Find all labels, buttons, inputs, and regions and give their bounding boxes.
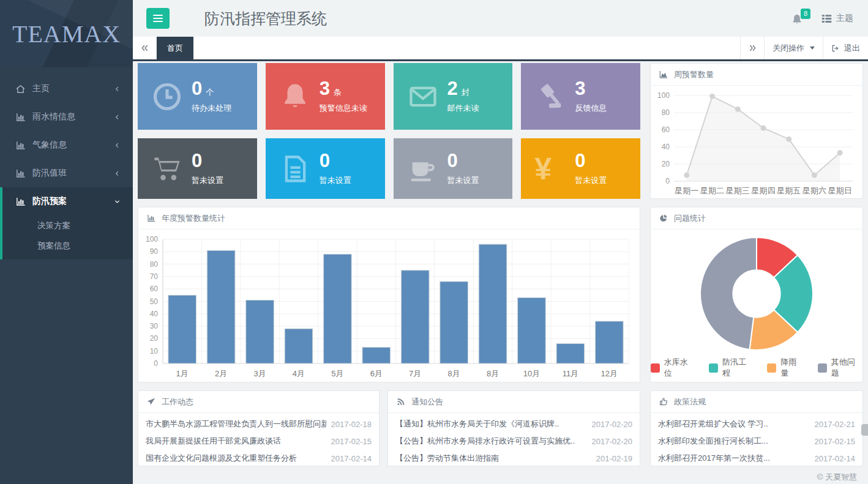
svg-text:40: 40 [662,143,670,151]
issue-donut-chart[interactable] [651,229,862,356]
annual-warning-panel: 年度预警数量统计 01020304050607080901001月2月3月4月5… [138,207,640,382]
sidebar-item-label: 雨水情信息 [32,111,75,122]
news-item[interactable]: 【公告】劳动节集体出游指南 201-02-19 [388,450,640,467]
news-item[interactable]: 我局开展新提拔任用干部党风廉政谈话 2017-02-15 [138,433,379,450]
card-unit: 条 [334,87,342,98]
svg-text:11月: 11月 [563,369,579,378]
sidebar-item-home[interactable]: 主页 [2,75,133,103]
legend-item-engineering[interactable]: 防汛工程 [709,357,754,379]
news-item[interactable]: 水利部召开党组扩大会议 学习.. 2017-02-21 [651,415,862,433]
back-to-top-button[interactable] [861,424,868,436]
news-item-title[interactable]: 【公告】劳动节集体出游指南 [395,453,591,464]
svg-text:100: 100 [146,235,158,244]
stat-card-unset-1[interactable]: 0 暂未设置 [138,138,257,199]
legend-item-rainfall[interactable]: 降雨量 [767,357,804,379]
news-item[interactable]: 水利部印发全面推行河长制工... 2017-02-15 [651,433,862,450]
theme-button[interactable]: 主题 [821,13,853,24]
stat-card-mail[interactable]: 2封 邮件未读 [394,63,513,130]
stat-card-feedback[interactable]: 3 反馈信息 [521,63,640,130]
coffee-icon [407,153,447,185]
news-item-title[interactable]: 【通知】杭州市水务局关于印发《河道标识牌.. [395,419,587,430]
sidebar-item-weather-info[interactable]: 气象信息 [2,131,133,159]
file-icon [279,153,320,185]
logout-button[interactable]: 退出 [823,37,868,59]
pie-chart-icon [659,214,668,223]
news-item-title[interactable]: 市大鹏半岛水源工程管理处负责人到一线部所慰问新春 [146,419,326,430]
annual-bar-chart[interactable]: 01020304050607080901001月2月3月4月5月6月7月8月8月… [138,229,640,382]
logo-area: TEAMAX [0,0,133,67]
news-item-title[interactable]: 水利部召开党组扩大会议 学习.. [658,419,810,430]
sidebar-item-flood-duty[interactable]: 防汛值班 [2,159,133,187]
brand-logo: TEAMAX [12,20,121,48]
card-label: 预警信息未读 [320,103,367,114]
tabs-scroll-right-button[interactable] [740,37,764,59]
legend-item-other[interactable]: 其他问题 [818,357,862,379]
svg-text:70: 70 [150,272,159,281]
svg-text:0: 0 [154,359,158,368]
chevron-left-icon [114,170,121,177]
svg-text:星期日: 星期日 [828,186,852,195]
sidebar-group-rain: 雨水情信息 [0,103,133,131]
bar-chart-icon [15,196,26,207]
sidebar-subitem-decision-plan[interactable]: 决策方案 [2,215,133,236]
svg-text:星期二: 星期二 [700,186,724,195]
bar-chart-icon [15,168,26,179]
svg-text:12月: 12月 [601,369,618,378]
news-item[interactable]: 市大鹏半岛水源工程管理处负责人到一线部所慰问新春 2017-02-18 [138,415,379,433]
card-label: 待办未处理 [192,103,231,114]
card-value: 3 [320,79,330,99]
legend-item-reservoir[interactable]: 水库水位 [651,357,695,379]
news-item[interactable]: 【公告】杭州市水务局排水行政许可设置与实施优.. 2017-02-20 [388,433,640,450]
panel-title: 年度预警数量统计 [162,213,225,224]
sidebar-group-duty: 防汛值班 [0,159,133,187]
news-item-title[interactable]: 国有企业文化问题根源及文化重塑任务分析 [146,453,326,464]
sidebar-item-label: 防汛值班 [32,168,67,179]
card-value: 0 [447,151,458,171]
weekly-area-chart[interactable]: 020406080100星期一星期二星期三星期四星期五星期六星期日 [651,86,862,198]
work-news-panel: 工作动态 市大鹏半岛水源工程管理处负责人到一线部所慰问新春 2017-02-18… [138,390,380,466]
panel-title: 政策法规 [674,397,706,408]
legend-swatch [818,363,827,373]
gavel-icon [534,81,575,113]
home-icon [15,84,26,94]
stat-card-unset-3[interactable]: 0 暂未设置 [394,138,513,199]
tab-home[interactable]: 首页 [157,37,193,59]
news-item[interactable]: 水利部召开2017年第一次扶贫... 2017-02-14 [651,450,862,467]
area-chart-icon [659,70,668,79]
news-item-date: 2017-02-14 [331,454,372,463]
svg-text:3月: 3月 [253,369,266,378]
svg-text:星期三: 星期三 [726,186,750,195]
sidebar-group-plan: 防汛预案 决策方案 预案信息 [0,187,133,259]
news-item-title[interactable]: 我局开展新提拔任用干部党风廉政谈话 [146,436,326,447]
panel-title: 工作动态 [162,397,193,408]
chevron-left-icon [114,114,121,121]
stat-card-todo[interactable]: 0个 待办未处理 [138,63,257,130]
legend-label: 降雨量 [780,357,804,379]
stat-card-unset-2[interactable]: 0 暂未设置 [266,138,385,199]
close-operations-dropdown[interactable]: 关闭操作 [764,37,823,59]
news-item[interactable]: 【通知】杭州市水务局关于印发《河道标识牌.. 2017-02-20 [388,415,640,433]
chevron-left-icon [114,86,121,92]
news-item-date: 201-02-19 [596,454,632,463]
news-item-title[interactable]: 水利部召开2017年第一次扶贫... [658,453,810,464]
envelope-icon [407,81,447,113]
hamburger-menu-button[interactable] [146,8,170,29]
sidebar-item-label: 防汛预案 [32,196,67,207]
stat-card-warnings[interactable]: 3条 预警信息未读 [266,63,385,130]
news-item-title[interactable]: 水利部印发全面推行河长制工... [658,436,810,447]
sidebar-subitem-plan-info[interactable]: 预案信息 [2,236,133,256]
issue-stats-panel: 问题统计 水库水位 防汛工程 降雨量 其他问题 [650,207,863,382]
weekly-warning-panel: 周预警数量 020406080100星期一星期二星期三星期四星期五星期六星期日 [650,63,863,199]
svg-text:80: 80 [150,260,159,269]
tabs-scroll-left-button[interactable] [133,37,157,59]
svg-text:30: 30 [150,322,159,330]
panel-title: 周预警数量 [674,69,714,80]
news-item[interactable]: 国有企业文化问题根源及文化重塑任务分析 2017-02-14 [138,450,379,467]
stat-card-unset-4[interactable]: ¥ 0 暂未设置 [521,138,640,199]
sidebar-item-flood-plan[interactable]: 防汛预案 [2,187,133,215]
sidebar-item-rain-info[interactable]: 雨水情信息 [2,103,133,131]
notification-bell-button[interactable]: 8 [791,11,804,26]
svg-text:1月: 1月 [176,369,189,378]
card-label: 反馈信息 [575,103,607,114]
news-item-title[interactable]: 【公告】杭州市水务局排水行政许可设置与实施优.. [395,436,587,447]
